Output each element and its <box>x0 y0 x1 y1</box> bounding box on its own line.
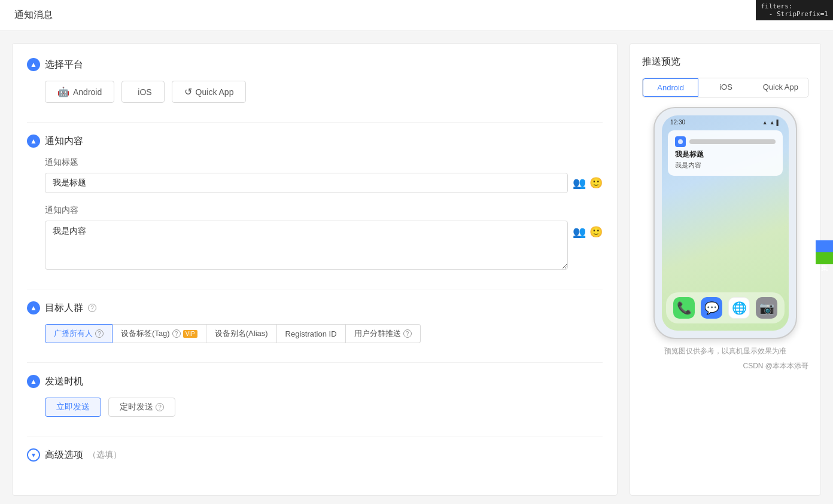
form-panel: ▲ 选择平台 🤖 Android iOS ↺ Quick App <box>12 43 618 496</box>
divider-1 <box>27 122 603 123</box>
phone-status-bar: 12:30 ▲ ▲ ▌ <box>662 115 789 128</box>
timing-section-body: 立即发送 定时发送 ? <box>27 398 603 417</box>
ios-label: iOS <box>138 87 151 97</box>
main-layout: ▲ 选择平台 🤖 Android iOS ↺ Quick App <box>0 31 833 504</box>
title-field-label: 通知标题 <box>45 157 603 168</box>
phone-mockup: 12:30 ▲ ▲ ▌ <box>653 107 797 339</box>
content-collapse-icon[interactable]: ▲ <box>27 135 40 148</box>
divider-3 <box>27 362 603 363</box>
platform-section-header: ▲ 选择平台 <box>27 58 603 71</box>
audience-help-icon[interactable]: ? <box>88 304 96 312</box>
advanced-collapse-icon[interactable]: ▾ <box>27 448 40 462</box>
audience-tab-segment[interactable]: 用户分群推送 ? <box>346 324 421 343</box>
phone-time: 12:30 <box>670 119 685 126</box>
audience-tab-broadcast[interactable]: 广播所有人 ? <box>45 324 113 343</box>
preview-note: 预览图仅供参考，以真机显示效果为准 <box>642 346 808 356</box>
audience-section: ▲ 目标人群 ? 广播所有人 ? 设备标签(Tag) ? VIP 设 <box>27 301 603 343</box>
right-edge-buttons: 测 集 <box>816 240 833 264</box>
vip-badge: VIP <box>183 330 197 338</box>
timing-collapse-icon[interactable]: ▲ <box>27 375 40 388</box>
platform-section-title: 选择平台 <box>45 59 83 71</box>
quickapp-icon: ↺ <box>184 86 192 97</box>
body-emoji-icon[interactable]: 🙂 <box>589 225 603 239</box>
dock-message-icon: 💬 <box>701 297 722 319</box>
platform-section: ▲ 选择平台 🤖 Android iOS ↺ Quick App <box>27 58 603 103</box>
preview-tabs: Android iOS Quick App <box>642 78 808 97</box>
notif-header <box>675 136 776 147</box>
wifi-icon: ▲ <box>762 120 768 126</box>
body-field-label: 通知内容 <box>45 205 603 216</box>
timing-section-title: 发送时机 <box>45 375 83 388</box>
platform-btn-ios[interactable]: iOS <box>121 81 164 103</box>
alias-label: 设备别名(Alias) <box>215 328 268 339</box>
notif-title: 我是标题 <box>675 149 776 160</box>
notif-app-bar <box>689 139 776 144</box>
scheduled-help-icon[interactable]: ? <box>156 403 164 411</box>
phone-screen: 12:30 ▲ ▲ ▌ <box>662 115 789 331</box>
page-title: 通知消息 <box>14 9 53 22</box>
audience-section-title: 目标人群 <box>45 302 83 314</box>
audience-tab-tag[interactable]: 设备标签(Tag) ? VIP <box>113 324 206 343</box>
platform-buttons: 🤖 Android iOS ↺ Quick App <box>45 81 603 103</box>
edge-btn-test[interactable]: 测 <box>816 240 833 252</box>
notif-app-icon <box>675 136 686 147</box>
edge-btn-collect[interactable]: 集 <box>816 252 833 264</box>
segment-label: 用户分群推送 <box>354 328 401 339</box>
tag-label: 设备标签(Tag) <box>121 328 170 339</box>
platform-section-body: 🤖 Android iOS ↺ Quick App <box>27 81 603 103</box>
quickapp-label: Quick App <box>196 87 234 97</box>
advanced-section: ▾ 高级选项 （选填） <box>27 448 603 462</box>
body-input[interactable]: 我是内容 <box>45 221 568 270</box>
tag-help-icon[interactable]: ? <box>172 329 181 338</box>
audience-tab-alias[interactable]: 设备别名(Alias) <box>206 324 277 343</box>
content-section-body: 通知标题 👥 🙂 通知内容 我是内容 👥 <box>27 157 603 270</box>
platform-collapse-icon[interactable]: ▲ <box>27 58 40 71</box>
preview-tab-ios[interactable]: iOS <box>698 78 753 97</box>
phone-dock: 📞 💬 🌐 📷 <box>666 292 785 323</box>
dock-camera-icon: 📷 <box>756 297 777 319</box>
status-icons: ▲ ▲ ▌ <box>762 120 780 126</box>
terminal-bar: filters: - StripPrefix=1 <box>756 0 833 20</box>
broadcast-help-icon[interactable]: ? <box>95 329 104 338</box>
content-section: ▲ 通知内容 通知标题 👥 🙂 通知内容 <box>27 135 603 270</box>
body-mention-icon[interactable]: 👥 <box>573 225 586 239</box>
audience-tab-regid[interactable]: Registration ID <box>277 324 346 343</box>
battery-icon: ▌ <box>777 120 780 126</box>
audience-tabs: 广播所有人 ? 设备标签(Tag) ? VIP 设备别名(Alias) Regi… <box>45 324 603 343</box>
divider-4 <box>27 436 603 436</box>
body-input-row: 我是内容 👥 🙂 <box>45 221 603 270</box>
timing-btn-immediate[interactable]: 立即发送 <box>45 398 101 417</box>
preview-title: 推送预览 <box>642 56 808 68</box>
preview-tab-android[interactable]: Android <box>643 78 698 97</box>
platform-btn-android[interactable]: 🤖 Android <box>45 81 114 103</box>
timing-btn-scheduled[interactable]: 定时发送 ? <box>108 398 175 417</box>
platform-btn-quickapp[interactable]: ↺ Quick App <box>172 81 247 103</box>
immediate-label: 立即发送 <box>56 402 90 413</box>
terminal-text: filters: - StripPrefix=1 <box>761 2 828 18</box>
audience-collapse-icon[interactable]: ▲ <box>27 301 40 314</box>
advanced-section-header: ▾ 高级选项 （选填） <box>27 448 603 462</box>
title-input[interactable] <box>45 173 568 193</box>
regid-label: Registration ID <box>285 329 337 338</box>
title-input-icons: 👥 🙂 <box>573 176 603 190</box>
emoji-icon[interactable]: 🙂 <box>589 176 603 190</box>
timing-section-header: ▲ 发送时机 <box>27 375 603 388</box>
timing-buttons: 立即发送 定时发送 ? <box>45 398 603 417</box>
notification-card: 我是标题 我是内容 <box>668 130 783 176</box>
android-label: Android <box>73 87 102 97</box>
title-field-group: 通知标题 👥 🙂 <box>45 157 603 193</box>
audience-section-body: 广播所有人 ? 设备标签(Tag) ? VIP 设备别名(Alias) Regi… <box>27 324 603 343</box>
body-input-icons: 👥 🙂 <box>573 225 603 239</box>
title-input-row: 👥 🙂 <box>45 173 603 193</box>
segment-help-icon[interactable]: ? <box>403 329 412 338</box>
audience-section-header: ▲ 目标人群 ? <box>27 301 603 314</box>
svg-point-0 <box>678 139 683 144</box>
mention-icon[interactable]: 👥 <box>573 176 586 190</box>
top-bar: 通知消息 <box>0 0 833 31</box>
android-icon: 🤖 <box>57 86 69 97</box>
divider-2 <box>27 289 603 289</box>
notif-body: 我是内容 <box>675 161 776 170</box>
timing-section: ▲ 发送时机 立即发送 定时发送 ? <box>27 375 603 417</box>
dock-phone-icon: 📞 <box>673 297 695 319</box>
preview-tab-quickapp[interactable]: Quick App <box>753 78 808 97</box>
